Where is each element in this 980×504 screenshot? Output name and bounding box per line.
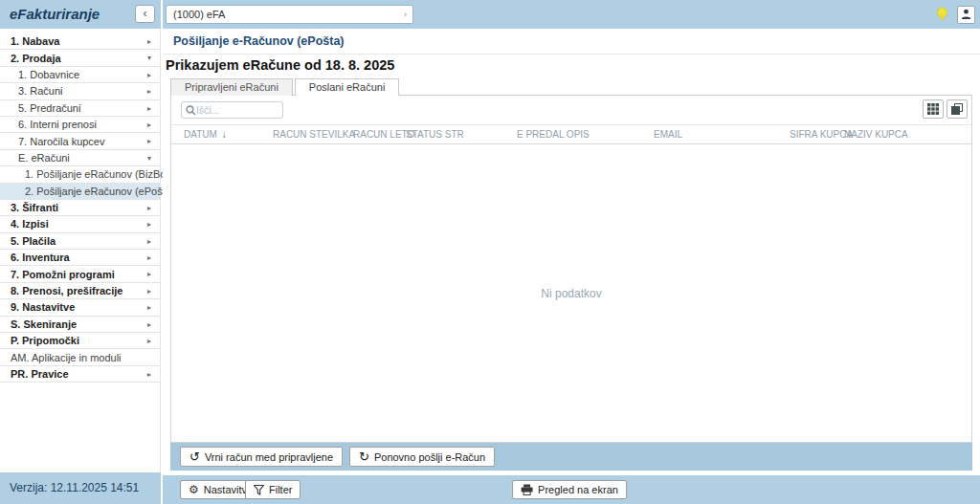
chevron-right-icon: ▸ xyxy=(147,233,151,250)
app-window: eFakturiranje ‹ (1000) eFA › xyxy=(0,0,980,504)
chevron-right-icon: ▸ xyxy=(147,333,151,349)
chevron-right-icon: ▸ xyxy=(147,100,151,117)
sidebar-item-pravice[interactable]: PR. Pravice ▸ xyxy=(0,366,160,383)
sidebar-collapse-button[interactable]: ‹ xyxy=(135,5,155,23)
table-panel: DATUM↓ RACUN STEVILKA RACUN LETO STATUS … xyxy=(170,96,972,443)
chevron-right-icon: ▸ xyxy=(147,266,151,282)
grid-icon xyxy=(927,103,939,115)
table-header-row: DATUM↓ RACUN STEVILKA RACUN LETO STATUS … xyxy=(171,124,971,144)
main-content: Pošiljanje e-Računov (ePošta) Prikazujem… xyxy=(163,29,980,504)
sidebar-item-posiljanje-eposta[interactable]: 2. Pošiljanje eRačunov (ePošta) xyxy=(0,184,160,200)
chevron-right-icon: ▸ xyxy=(147,67,151,83)
undo-icon: ↺ xyxy=(189,450,200,463)
sidebar-item-prenosi-presifracije[interactable]: 8. Prenosi, prešifracije ▸ xyxy=(0,283,160,299)
column-header-racun-stevilka[interactable]: RACUN STEVILKA xyxy=(273,125,355,144)
tab-bar: Pripravljeni eRačuni Poslani eRačuni xyxy=(170,78,972,96)
sidebar-item-pomozni-programi[interactable]: 7. Pomožni programi ▸ xyxy=(0,266,160,282)
gear-icon: ⚙ xyxy=(189,484,199,495)
column-chooser-button[interactable] xyxy=(923,99,944,119)
page-subtitle: Prikazujem eRačune od 18. 8. 2025 xyxy=(166,57,394,73)
tab-poslani-eracuni[interactable]: Poslani eRačuni xyxy=(295,78,400,97)
table-toolbar xyxy=(171,96,971,124)
sidebar-item-placila[interactable]: 5. Plačila ▸ xyxy=(0,233,160,250)
copy-icon xyxy=(951,103,963,115)
footer-bar: ⚙ Nastavitve Filter Pregled na ekran xyxy=(163,475,980,504)
user-account-button[interactable] xyxy=(957,6,975,24)
version-text: Verzija: 12.11.2025 14:51 xyxy=(0,472,161,504)
sort-desc-icon: ↓ xyxy=(222,129,227,140)
sidebar-item-narocila-kupcev[interactable]: 7. Naročila kupcev ▸ xyxy=(0,133,160,149)
chevron-right-icon: ▸ xyxy=(147,83,151,99)
chevron-left-icon: ‹ xyxy=(144,7,147,20)
chevron-right-icon: ▸ xyxy=(147,366,151,383)
chevron-down-icon: ▾ xyxy=(147,150,151,166)
sidebar-item-nastavitve[interactable]: 9. Nastavitve ▸ xyxy=(0,299,160,316)
sidebar-item-racuni[interactable]: 3. Računi ▸ xyxy=(0,83,160,99)
sidebar-item-posiljanje-bizbox[interactable]: 1. Pošiljanje eRačunov (BizBox) xyxy=(0,166,160,183)
top-header-bar: eFakturiranje ‹ (1000) eFA › xyxy=(0,0,980,29)
printer-icon xyxy=(521,484,533,495)
chevron-right-icon: ▸ xyxy=(147,117,151,133)
search-input[interactable] xyxy=(196,104,273,116)
empty-state-text: Ni podatkov xyxy=(541,287,601,300)
sidebar-item-sifranti[interactable]: 3. Šifranti ▸ xyxy=(0,200,160,216)
sidebar-nav: 1. Nabava ▸ 2. Prodaja ▾ 1. Dobavnice ▸ … xyxy=(0,29,161,472)
sidebar-item-dobavnice[interactable]: 1. Dobavnice ▸ xyxy=(0,67,160,83)
sidebar-item-predracuni[interactable]: 5. Predračuni ▸ xyxy=(0,100,160,117)
chevron-down-icon: ▾ xyxy=(147,50,151,66)
sidebar-item-interni-prenosi[interactable]: 6. Interni prenosi ▸ xyxy=(0,117,160,133)
sidebar-item-prodaja[interactable]: 2. Prodaja ▾ xyxy=(0,50,160,66)
filter-funnel-icon xyxy=(254,485,264,495)
table-body: Ni podatkov xyxy=(171,145,971,442)
header-main-section: (1000) eFA › xyxy=(163,0,980,29)
header-icons xyxy=(934,0,975,29)
chevron-right-icon: ▸ xyxy=(147,133,151,149)
tab-pripravljeni-eracuni[interactable]: Pripravljeni eRačuni xyxy=(170,78,293,96)
chevron-right-icon: ▸ xyxy=(147,33,151,50)
sidebar-item-eracuni[interactable]: E. eRačuni ▾ xyxy=(0,150,160,166)
version-bar: Verzija: 12.11.2025 14:51 xyxy=(0,472,161,504)
column-header-naziv-kupca[interactable]: NAZIV KUPCA xyxy=(844,125,908,144)
column-header-datum[interactable]: DATUM↓ xyxy=(184,125,227,144)
column-header-e-predal-opis[interactable]: E PREDAL OPIS xyxy=(517,125,590,144)
lightbulb-icon xyxy=(936,7,948,22)
sidebar-item-nabava[interactable]: 1. Nabava ▸ xyxy=(0,33,160,50)
sidebar-item-inventura[interactable]: 6. Inventura ▸ xyxy=(0,250,160,266)
action-button-strip: ↺ Vrni račun med pripravljene ↻ Ponovno … xyxy=(170,443,972,471)
resend-einvoice-button[interactable]: ↻ Ponovno pošlji e-Račun xyxy=(349,447,495,467)
search-icon xyxy=(186,105,196,116)
chevron-right-icon: ▸ xyxy=(147,317,151,333)
chevron-right-icon: ▸ xyxy=(147,200,151,216)
company-selector[interactable]: (1000) eFA › xyxy=(166,5,413,24)
chevron-right-icon: ▸ xyxy=(147,250,151,266)
chevron-right-icon: › xyxy=(404,6,407,23)
chevron-right-icon: ▸ xyxy=(147,299,151,316)
company-selector-value: (1000) eFA xyxy=(173,9,225,20)
return-invoice-button[interactable]: ↺ Vrni račun med pripravljene xyxy=(180,447,343,467)
sidebar-item-skeniranje[interactable]: S. Skeniranje ▸ xyxy=(0,317,160,333)
screen-preview-button[interactable]: Pregled na ekran xyxy=(512,480,627,499)
column-header-email[interactable]: EMAIL xyxy=(654,125,682,144)
chevron-right-icon: ▸ xyxy=(147,216,151,232)
search-box xyxy=(181,101,283,119)
sidebar-item-pripomocki[interactable]: P. Pripomočki ▸ xyxy=(0,333,160,349)
header-left-section: eFakturiranje ‹ xyxy=(0,0,161,29)
help-lightbulb-button[interactable] xyxy=(934,6,949,23)
page-title: Pošiljanje e-Računov (ePošta) xyxy=(173,29,345,55)
filter-button[interactable]: Filter xyxy=(245,480,301,499)
app-title: eFakturiranje xyxy=(10,0,100,29)
page-title-bar: Pošiljanje e-Računov (ePošta) xyxy=(163,29,980,55)
chevron-right-icon: ▸ xyxy=(147,283,151,299)
sidebar-item-izpisi[interactable]: 4. Izpisi ▸ xyxy=(0,216,160,232)
sidebar-item-aplikacije-in-moduli[interactable]: AM. Aplikacije in moduli xyxy=(0,349,160,365)
redo-icon: ↻ xyxy=(359,450,369,463)
export-copy-button[interactable] xyxy=(947,99,968,119)
user-icon xyxy=(961,9,971,20)
column-header-status-str[interactable]: STATUS STR xyxy=(406,125,464,144)
